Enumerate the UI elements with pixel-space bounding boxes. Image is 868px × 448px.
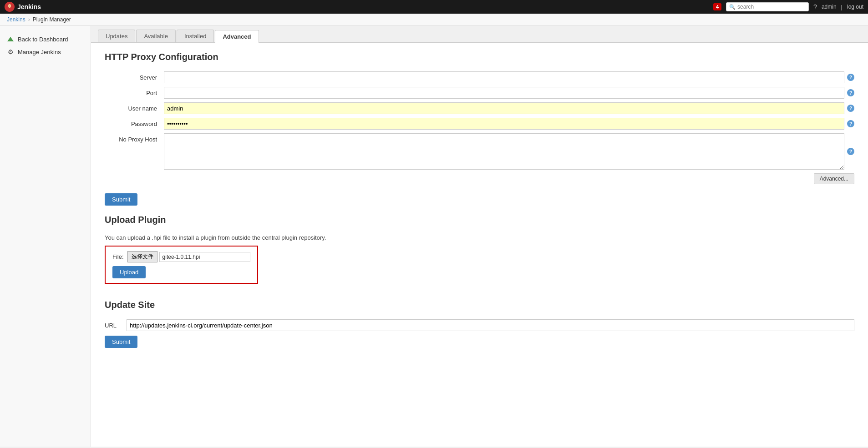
tab-updates[interactable]: Updates — [98, 30, 135, 42]
sidebar-item-back-to-dashboard[interactable]: Back to Dashboard — [0, 33, 91, 45]
server-input[interactable] — [164, 71, 844, 83]
username-input[interactable] — [164, 102, 844, 114]
password-row: Password ? — [105, 118, 854, 130]
server-field: ? — [164, 71, 854, 83]
notification-badge[interactable]: 4 — [713, 3, 721, 10]
jenkins-logo: Jenkins — [5, 2, 41, 12]
brand-name: Jenkins — [17, 3, 41, 10]
port-field: ? — [164, 87, 854, 99]
username-label: User name — [105, 102, 164, 112]
breadcrumb-home[interactable]: Jenkins — [7, 16, 25, 23]
update-site-title: Update Site — [105, 300, 854, 310]
port-row: Port ? — [105, 87, 854, 99]
upload-description: You can upload a .hpi file to install a … — [105, 234, 854, 241]
url-label: URL — [105, 322, 123, 329]
port-label: Port — [105, 87, 164, 96]
file-label: File: — [112, 253, 124, 260]
search-icon: 🔍 — [729, 4, 736, 10]
file-row: File: 选择文件 gitee-1.0.11.hpi — [112, 251, 250, 262]
header-left: Jenkins — [5, 2, 41, 12]
upload-button[interactable]: Upload — [112, 266, 146, 278]
header-user: admin — [822, 4, 837, 10]
main-layout: Back to Dashboard ⚙ Manage Jenkins Updat… — [0, 26, 868, 447]
password-help-icon[interactable]: ? — [847, 120, 854, 127]
jenkins-logo-icon — [5, 2, 15, 12]
username-row: User name ? — [105, 102, 854, 114]
password-field: ? — [164, 118, 854, 130]
server-label: Server — [105, 71, 164, 81]
url-row: URL — [105, 319, 854, 331]
breadcrumb: Jenkins › Plugin Manager — [0, 14, 868, 26]
no-proxy-field: ? — [164, 133, 854, 170]
page-content: HTTP Proxy Configuration Server ? Port ? — [91, 43, 868, 357]
tab-installed[interactable]: Installed — [177, 30, 214, 42]
port-input[interactable] — [164, 87, 844, 99]
advanced-button[interactable]: Advanced... — [814, 173, 854, 184]
manage-jenkins-icon: ⚙ — [7, 48, 14, 55]
back-dashboard-icon — [7, 35, 14, 43]
upload-box: File: 选择文件 gitee-1.0.11.hpi Upload — [105, 246, 258, 284]
tabs-bar: Updates Available Installed Advanced — [91, 26, 868, 43]
advanced-btn-container: Advanced... — [105, 173, 854, 189]
choose-file-button[interactable]: 选择文件 — [127, 251, 157, 262]
proxy-submit-button[interactable]: Submit — [105, 193, 137, 206]
proxy-config-title: HTTP Proxy Configuration — [105, 52, 854, 62]
logout-separator: | — [841, 4, 843, 10]
upload-plugin-section: Upload Plugin You can upload a .hpi file… — [105, 215, 854, 291]
password-label: Password — [105, 118, 164, 127]
header: Jenkins 4 🔍 ? admin | log out — [0, 0, 868, 14]
url-input[interactable] — [127, 319, 854, 331]
breadcrumb-separator: › — [28, 16, 30, 23]
upload-plugin-title: Upload Plugin — [105, 215, 854, 225]
update-site-section: Update Site URL Submit — [105, 300, 854, 348]
sidebar-item-manage-jenkins[interactable]: ⚙ Manage Jenkins — [0, 45, 91, 58]
username-field: ? — [164, 102, 854, 114]
no-proxy-input[interactable] — [164, 133, 844, 170]
tab-advanced[interactable]: Advanced — [215, 30, 259, 43]
tab-available[interactable]: Available — [136, 30, 176, 42]
search-input[interactable] — [737, 4, 806, 10]
help-icon[interactable]: ? — [813, 3, 817, 10]
logout-link[interactable]: log out — [847, 4, 863, 10]
sidebar-manage-label: Manage Jenkins — [18, 49, 61, 55]
proxy-submit-container: Submit — [105, 193, 854, 206]
port-help-icon[interactable]: ? — [847, 89, 854, 96]
search-box: 🔍 — [726, 2, 809, 11]
server-row: Server ? — [105, 71, 854, 83]
sidebar: Back to Dashboard ⚙ Manage Jenkins — [0, 26, 91, 447]
no-proxy-help-icon[interactable]: ? — [847, 148, 854, 155]
content-area: Updates Available Installed Advanced HTT… — [91, 26, 868, 447]
svg-point-2 — [9, 5, 10, 7]
file-input-display: 选择文件 gitee-1.0.11.hpi — [127, 251, 250, 262]
username-help-icon[interactable]: ? — [847, 105, 854, 112]
file-name-display: gitee-1.0.11.hpi — [159, 252, 250, 262]
header-right: 4 🔍 ? admin | log out — [713, 2, 863, 11]
breadcrumb-current: Plugin Manager — [33, 16, 71, 23]
no-proxy-label: No Proxy Host — [105, 133, 164, 143]
no-proxy-row: No Proxy Host ? — [105, 133, 854, 170]
server-help-icon[interactable]: ? — [847, 74, 854, 81]
password-input[interactable] — [164, 118, 844, 130]
update-site-submit-button[interactable]: Submit — [105, 336, 137, 348]
sidebar-back-label: Back to Dashboard — [18, 36, 68, 43]
